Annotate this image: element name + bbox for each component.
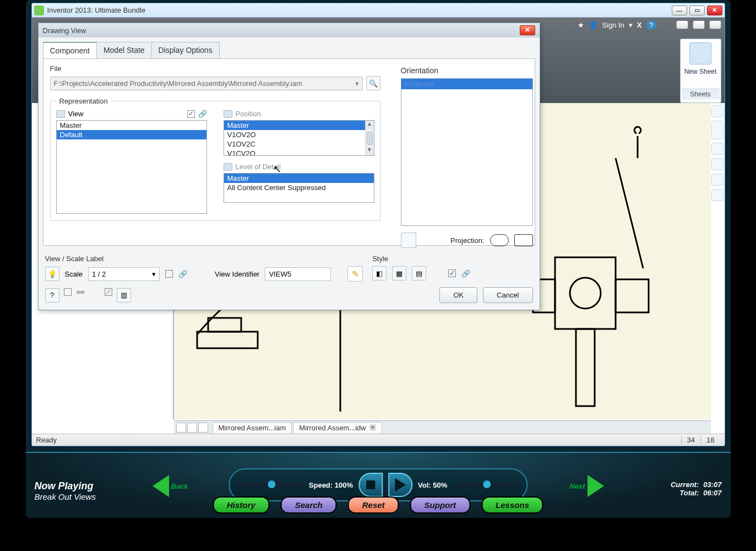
view-rep-list[interactable]: Master Default xyxy=(56,120,207,214)
style-link-checkbox[interactable]: ✓ xyxy=(448,269,456,277)
list-item[interactable]: V1CV2O xyxy=(224,149,374,156)
view-scale-label: View / Scale Label xyxy=(45,255,366,263)
scale-link-checkbox[interactable] xyxy=(165,270,173,278)
volume-label: Vol: 50% xyxy=(418,481,447,489)
zoom-in-icon[interactable] xyxy=(711,158,724,170)
volume-slider[interactable] xyxy=(453,483,519,487)
play-button[interactable] xyxy=(388,473,412,497)
pan-icon[interactable] xyxy=(711,143,724,155)
document-tabs: Mirrored Assem...iam Mirrored Assem...id… xyxy=(174,420,711,434)
interior-minimize-button[interactable]: – xyxy=(676,20,688,29)
nav-2d-icon[interactable] xyxy=(711,121,724,139)
view-identifier-input[interactable] xyxy=(265,267,331,281)
user-icon: 👤 xyxy=(589,21,597,29)
tab-display-options[interactable]: Display Options xyxy=(151,42,220,58)
lessons-button[interactable]: Lessons xyxy=(481,496,543,514)
sign-in-link[interactable]: Sign In xyxy=(602,21,624,29)
zoom-window-icon[interactable] xyxy=(711,174,724,186)
search-button[interactable]: Search xyxy=(281,496,337,514)
projection-third-angle-icon[interactable] xyxy=(514,234,533,246)
close-tab-icon[interactable]: ✕ xyxy=(369,424,376,431)
viewcube-button[interactable] xyxy=(401,233,416,248)
lightbulb-button[interactable]: 💡 xyxy=(45,267,59,281)
list-item[interactable]: V1OV2O xyxy=(224,130,374,139)
interior-restore-button[interactable]: ❐ xyxy=(693,20,705,29)
tile-icon[interactable] xyxy=(176,423,186,433)
list-item[interactable]: Master xyxy=(224,121,374,130)
new-sheet-label[interactable]: New Sheet xyxy=(684,68,717,75)
link-icon[interactable]: 🔗 xyxy=(461,269,470,278)
history-button[interactable]: History xyxy=(213,496,270,514)
scroll-down-icon[interactable]: ▼ xyxy=(366,147,374,155)
list-item[interactable]: Master xyxy=(57,121,206,130)
next-button[interactable]: Next xyxy=(560,475,604,497)
svg-rect-3 xyxy=(555,257,616,329)
arrange-icon[interactable] xyxy=(198,423,208,433)
projection-first-angle-icon[interactable] xyxy=(490,234,509,246)
scrollbar[interactable]: ▲ ▼ xyxy=(365,121,374,155)
status-num-1: 34 xyxy=(681,436,700,444)
svg-rect-2 xyxy=(208,318,241,332)
list-item[interactable]: Projected xyxy=(401,79,532,89)
list-item[interactable]: All Content Center Suppressed xyxy=(224,183,374,192)
list-item[interactable]: Default xyxy=(57,130,206,139)
star-icon[interactable]: ★ xyxy=(578,21,584,29)
nav-tools xyxy=(711,105,724,201)
list-item[interactable]: Master xyxy=(224,174,374,183)
window-title: Inventor 2013: Ultimate Bundle xyxy=(47,6,672,14)
doc-tab-idw[interactable]: Mirrored Assem...idw✕ xyxy=(293,422,382,433)
search-icon: 🔍 xyxy=(369,79,378,88)
lod-rep-icon xyxy=(224,163,232,171)
all-model-checkbox[interactable]: ✓ xyxy=(105,288,112,296)
zoom-all-icon[interactable] xyxy=(711,189,724,201)
interior-close-button[interactable]: ✕ xyxy=(709,20,721,29)
style-hidden-removed-button[interactable]: ▦ xyxy=(392,266,406,280)
position-rep-list[interactable]: Master V1OV2O V1OV2C V1CV2O ▲ ▼ xyxy=(224,120,374,156)
style-shaded-button[interactable]: ▤ xyxy=(412,266,426,280)
new-sheet-icon[interactable] xyxy=(689,42,711,64)
edit-label-button[interactable]: ✎ xyxy=(347,266,363,282)
scale-dropdown[interactable]: 1 / 2 ▾ xyxy=(88,267,160,281)
ribbon-panel-sheets: New Sheet Sheets xyxy=(680,39,721,103)
file-path-value: F:\Projects\Accelerated Productivity\Mir… xyxy=(54,79,302,88)
scroll-up-icon[interactable]: ▲ xyxy=(366,121,374,129)
base-view-options-button[interactable]: ▥ xyxy=(117,288,131,302)
dialog-titlebar[interactable]: Drawing View ✕ xyxy=(39,23,540,37)
tab-model-state[interactable]: Model State xyxy=(96,42,152,58)
chevron-down-icon: ▾ xyxy=(355,79,359,88)
help-button[interactable]: ? xyxy=(45,288,59,302)
ok-button[interactable]: OK xyxy=(439,287,477,303)
speed-slider[interactable] xyxy=(237,483,303,487)
link-icon[interactable]: 🔗 xyxy=(198,110,207,118)
maximize-button[interactable]: ▭ xyxy=(689,6,705,15)
reset-button[interactable]: Reset xyxy=(348,496,399,514)
scale-value: 1 / 2 xyxy=(92,270,106,278)
minimize-button[interactable]: — xyxy=(672,6,687,15)
back-button[interactable]: Back xyxy=(153,475,197,497)
dialog-close-button[interactable]: ✕ xyxy=(520,25,535,35)
browse-file-button[interactable]: 🔍 xyxy=(366,76,380,90)
svg-rect-6 xyxy=(576,329,595,406)
close-button[interactable]: ✕ xyxy=(707,6,722,15)
dialog-title: Drawing View xyxy=(43,26,86,35)
lod-rep-list[interactable]: Master All Content Center Suppressed xyxy=(224,173,374,203)
exchange-icon[interactable]: X xyxy=(637,21,642,29)
view-associative-checkbox[interactable] xyxy=(187,110,195,118)
raster-only-checkbox[interactable] xyxy=(64,288,72,296)
orientation-list[interactable]: Projected xyxy=(401,78,533,226)
window-control-icon[interactable] xyxy=(711,105,724,117)
scroll-thumb[interactable] xyxy=(367,132,373,145)
doc-tab-iam[interactable]: Mirrored Assem...iam xyxy=(213,422,292,433)
support-button[interactable]: Support xyxy=(410,496,471,514)
tab-component[interactable]: Component xyxy=(43,42,97,58)
cancel-button[interactable]: Cancel xyxy=(483,287,532,303)
chevron-down-icon[interactable]: ▾ xyxy=(629,21,633,29)
stop-button[interactable] xyxy=(358,473,383,497)
cascade-icon[interactable] xyxy=(187,423,197,433)
file-path-dropdown[interactable]: F:\Projects\Accelerated Productivity\Mir… xyxy=(50,77,363,90)
link-icon[interactable]: 🔗 xyxy=(178,270,187,278)
help-icon[interactable]: ? xyxy=(646,20,656,30)
total-label: Total: xyxy=(679,489,699,497)
style-hidden-line-button[interactable]: ◧ xyxy=(372,266,387,280)
list-item[interactable]: V1OV2C xyxy=(224,139,374,149)
